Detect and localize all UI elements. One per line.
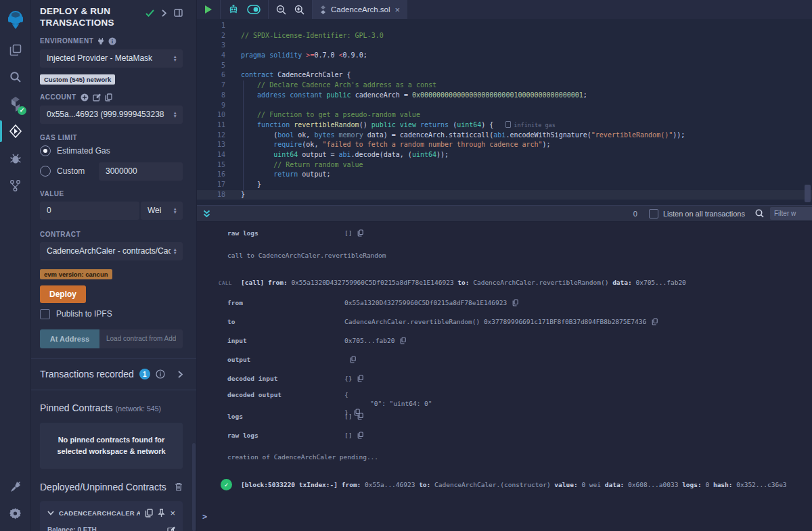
code-line[interactable]: 18} bbox=[197, 190, 812, 200]
settings-icon[interactable] bbox=[0, 500, 30, 527]
tab-cadencearch[interactable]: CadenceArch.sol × bbox=[313, 0, 407, 19]
ai-toggle-icon[interactable] bbox=[247, 5, 261, 14]
code-line[interactable]: 11 function revertibleRandom() public vi… bbox=[197, 120, 812, 131]
copy-icon[interactable] bbox=[357, 375, 363, 382]
deploy-run-icon[interactable] bbox=[0, 118, 30, 145]
collapse-terminal-icon[interactable] bbox=[203, 210, 210, 218]
deployed-contract-title[interactable]: CADENCEARCHCALER AT 0) bbox=[59, 509, 140, 517]
line-number: 15 bbox=[197, 160, 225, 170]
log-row-output[interactable]: output bbox=[227, 355, 812, 366]
code-line[interactable]: 7 // Declare Cadence Arch's address as a… bbox=[197, 80, 812, 91]
chevron-right-icon[interactable] bbox=[162, 9, 166, 17]
code-line[interactable]: 9 bbox=[197, 101, 812, 111]
pin-panel-icon[interactable] bbox=[174, 9, 183, 17]
line-number: 3 bbox=[197, 41, 225, 51]
copy-icon[interactable] bbox=[512, 299, 518, 306]
plugin-manager-icon[interactable] bbox=[0, 473, 30, 500]
log-row-decoded-output[interactable]: decoded output{"0": "uint64: 0"} bbox=[227, 390, 812, 401]
code-line[interactable]: 3 bbox=[197, 41, 812, 51]
run-script-icon[interactable] bbox=[204, 5, 212, 14]
copy-icon[interactable] bbox=[357, 229, 363, 237]
custom-gas-radio[interactable] bbox=[40, 166, 51, 177]
close-contract-icon[interactable]: × bbox=[170, 508, 175, 518]
editor-scrollbar[interactable] bbox=[805, 185, 811, 202]
remix-ide: ✓ bbox=[0, 0, 812, 531]
code-line[interactable]: 5 bbox=[197, 61, 812, 71]
value-input[interactable] bbox=[40, 202, 139, 220]
line-number: 5 bbox=[197, 61, 225, 71]
publish-ipfs-checkbox[interactable] bbox=[40, 309, 50, 319]
terminal-output[interactable]: raw logs[]call to CadenceArchCaler.rever… bbox=[197, 222, 812, 531]
log-row-raw-logs[interactable]: raw logs[] bbox=[227, 229, 812, 239]
log-row-from[interactable]: from0x55a1320D432759960C5Df0215a8dF78e1E… bbox=[227, 298, 812, 309]
pinned-contracts-title: Pinned Contracts bbox=[40, 402, 112, 413]
code-line[interactable]: 16 return output; bbox=[197, 170, 812, 180]
code-editor[interactable]: 12// SPDX-License-Identifier: GPL-3.034p… bbox=[197, 19, 812, 205]
code-line[interactable]: 2// SPDX-License-Identifier: GPL-3.0 bbox=[197, 31, 812, 41]
pending-tx-count: 0 bbox=[633, 210, 637, 218]
code-line[interactable]: 4pragma solidity >=0.7.0 <0.9.0; bbox=[197, 51, 812, 61]
copy-icon[interactable] bbox=[400, 337, 406, 344]
code-line[interactable]: 15 // Return random value bbox=[197, 160, 812, 170]
terminal-prompt[interactable]: > bbox=[202, 512, 812, 522]
terminal-search-icon[interactable] bbox=[755, 209, 764, 218]
debugger-icon[interactable] bbox=[0, 145, 30, 172]
code-line[interactable]: 6contract CadenceArchCaler { bbox=[197, 70, 812, 80]
code-line[interactable]: 17 } bbox=[197, 180, 812, 190]
editor-toolbar: CadenceArch.sol × bbox=[197, 0, 812, 19]
zoom-out-icon[interactable] bbox=[276, 5, 286, 15]
code-line[interactable]: 10 // Function to get a pseudo-random va… bbox=[197, 110, 812, 120]
expand-transactions-icon[interactable] bbox=[178, 371, 183, 378]
custom-gas-input[interactable] bbox=[99, 162, 183, 181]
zoom-in-icon[interactable] bbox=[294, 5, 304, 15]
copy-icon[interactable] bbox=[652, 318, 658, 325]
add-account-icon[interactable] bbox=[81, 93, 89, 101]
at-address-input[interactable] bbox=[99, 329, 183, 348]
copy-icon[interactable] bbox=[357, 413, 363, 420]
copy-icon[interactable] bbox=[350, 356, 356, 363]
code-line[interactable]: 13 require(ok, "failed to fetch a random… bbox=[197, 140, 812, 150]
estimated-gas-radio[interactable] bbox=[40, 145, 51, 156]
environment-select[interactable]: Injected Provider - MetaMask ▲▼ bbox=[40, 49, 183, 68]
listen-all-checkbox[interactable] bbox=[649, 209, 658, 218]
search-icon[interactable] bbox=[0, 64, 30, 91]
edit-account-icon[interactable] bbox=[93, 93, 101, 101]
trash-icon[interactable] bbox=[175, 482, 183, 491]
log-row-logs[interactable]: logs[] bbox=[227, 412, 812, 423]
call-log-entry[interactable]: call[call] from: 0x55a1320D432759960C5Df… bbox=[219, 278, 812, 287]
log-row-to[interactable]: toCadenceArchCaler.revertibleRandom() 0x… bbox=[227, 317, 812, 328]
copy-address-icon[interactable] bbox=[145, 509, 153, 517]
value-unit-select[interactable]: Wei ▲▼ bbox=[141, 202, 183, 220]
transaction-success-entry[interactable]: ✓[block:5033220 txIndex:-] from: 0x55a..… bbox=[221, 479, 812, 490]
panel-scrollbar[interactable] bbox=[192, 443, 196, 531]
code-line[interactable]: 12 (bool ok, bytes memory data) = cadenc… bbox=[197, 131, 812, 141]
plug-icon[interactable] bbox=[97, 37, 104, 45]
close-tab-icon[interactable]: × bbox=[395, 5, 401, 14]
log-row-decoded-input[interactable]: decoded input{} bbox=[227, 374, 812, 385]
log-message[interactable]: call to CadenceArchCaler.revertibleRando… bbox=[227, 251, 812, 260]
log-row-raw-logs[interactable]: raw logs[] bbox=[227, 431, 812, 442]
code-line[interactable]: 14 uint64 output = abi.decode(data, (uin… bbox=[197, 150, 812, 160]
account-select[interactable]: 0x55a...46923 (999.9999453238 ▲▼ bbox=[40, 106, 183, 124]
code-line[interactable]: 1 bbox=[197, 21, 812, 31]
ai-assistant-icon[interactable] bbox=[228, 4, 239, 15]
code-line[interactable]: 8 address constant public cadenceArch = … bbox=[197, 91, 812, 101]
log-message[interactable]: creation of CadenceArchCaler pending... bbox=[227, 453, 812, 461]
edit-balance-icon[interactable] bbox=[167, 526, 175, 531]
info-icon[interactable]: i bbox=[108, 37, 116, 45]
git-icon[interactable] bbox=[0, 172, 30, 199]
contract-select[interactable]: CadenceArchCaler - contracts/Cac ▲▼ bbox=[40, 242, 183, 260]
remix-logo[interactable] bbox=[0, 3, 30, 37]
terminal-filter-input[interactable] bbox=[770, 207, 812, 220]
pin-contract-icon[interactable] bbox=[158, 509, 165, 517]
chevron-down-icon[interactable] bbox=[47, 511, 54, 515]
copy-icon[interactable] bbox=[357, 432, 363, 439]
info-circle-icon[interactable] bbox=[156, 369, 165, 379]
file-explorer-icon[interactable] bbox=[0, 37, 30, 64]
solidity-compiler-icon[interactable]: ✓ bbox=[0, 91, 30, 118]
copy-account-icon[interactable] bbox=[105, 93, 112, 101]
log-row-input[interactable]: input0x705...fab20 bbox=[227, 336, 812, 347]
deploy-button[interactable]: Deploy bbox=[40, 285, 86, 303]
at-address-button[interactable]: At Address bbox=[40, 329, 99, 348]
stepper-icon: ▲▼ bbox=[173, 55, 177, 62]
